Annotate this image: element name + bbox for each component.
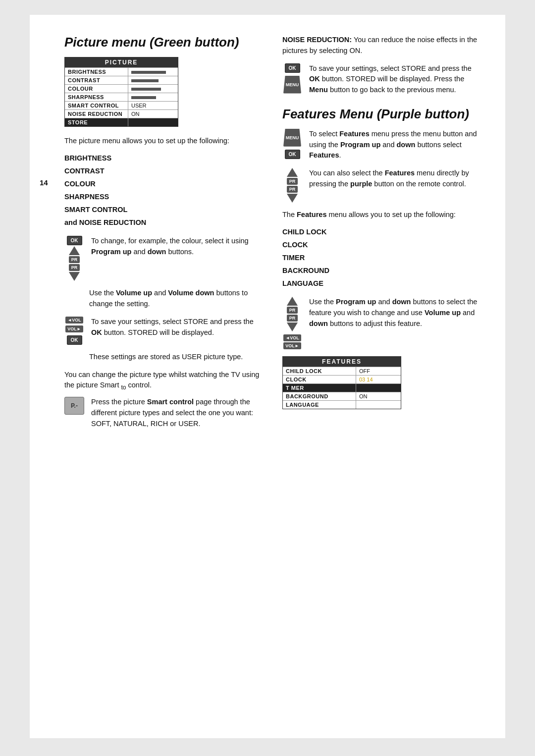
remote-text-user: These settings are stored as USER pictur… [89, 352, 263, 363]
features-menu-text: The Features menu allows you to set up t… [282, 210, 481, 220]
list-item: CONTRAST [64, 164, 263, 177]
remote-text-store: To save your settings, select STORE and … [91, 317, 263, 338]
smart-control-value: USER [128, 102, 178, 109]
remote-icons-features-pr: PR PR [282, 168, 302, 203]
remote-text-volume: Use the Volume up and Volume down button… [89, 288, 263, 310]
p-minus-icon: P.- [64, 397, 84, 415]
features-table-row: LANGUAGE [283, 400, 401, 409]
menu-icon: MENU [283, 76, 301, 94]
ok-button-icon2: OK [67, 335, 82, 345]
table-row: CONTRAST [65, 76, 178, 84]
remote-section-smart: P.- Press the picture Smart control page… [64, 397, 263, 429]
ok-button-icon: OK [67, 236, 82, 245]
arrow-up-icon [69, 246, 80, 255]
smart-text: You can change the picture type whilst w… [64, 370, 263, 392]
remote-icons-ok-arrows: OK PR PR [64, 236, 84, 281]
features-title: Features Menu (Purple button) [282, 107, 481, 122]
table-row-store: STORE [65, 118, 178, 126]
settings-list: BRIGHTNESS CONTRAST COLOUR SHARPNESS SMA… [64, 152, 263, 229]
remote-icons-features-intro: MENU OK [282, 129, 302, 159]
features-settings-list: CHILD LOCK CLOCK TIMER BACKROUND LANGUAG… [282, 225, 481, 290]
pr-up-icon2: PR [287, 178, 298, 185]
pr-down-icon3: PR [287, 315, 298, 322]
page: 14 Picture menu (Green button) PICTURE B… [30, 15, 505, 738]
table-row: SMART CONTROL USER [65, 101, 178, 109]
noise-heading: NOISE REDUCTION: [282, 36, 352, 44]
arrow-down-icon [69, 272, 80, 281]
intro-text: The picture menu allows you to set up th… [64, 136, 263, 147]
table-row: SHARPNESS [65, 93, 178, 101]
vol-right-icon2: VOL► [283, 342, 301, 349]
menu-icon2: MENU [283, 129, 301, 147]
remote-text-store-menu: To save your settings, select STORE and … [309, 63, 481, 96]
clock-value: 03 14 [356, 376, 401, 383]
pr-up-icon3: PR [287, 307, 298, 314]
remote-section-volume: Use the Volume up and Volume down button… [89, 288, 263, 310]
pr-buttons-group: PR [69, 256, 80, 263]
list-item: TIMER [282, 251, 481, 264]
ok-button-icon4: OK [285, 150, 300, 159]
list-item: CHILD LOCK [282, 225, 481, 238]
picture-menu-table: PICTURE BRIGHTNESS CONTRAST COLOUR SHARP… [64, 57, 178, 127]
sharpness-value [128, 93, 178, 101]
remote-icons-store: ◄VOL VOL► OK [64, 317, 84, 345]
arrow-down-icon3 [287, 323, 298, 331]
features-table-row: BACKGROUND ON [283, 392, 401, 400]
brightness-value [128, 68, 178, 76]
list-item: and NOISE REDUCTION [64, 216, 263, 229]
features-menu-table: FEATURES CHILD LOCK OFF CLOCK 03 14 T ME… [282, 356, 401, 409]
list-item: BRIGHTNESS [64, 152, 263, 164]
remote-text-features-adjust: Use the Program up and down buttons to s… [309, 297, 481, 329]
picture-table-header: PICTURE [65, 57, 178, 67]
sharpness-label: SHARPNESS [65, 93, 128, 101]
child-lock-label: CHILD LOCK [283, 367, 356, 375]
contrast-value [128, 76, 178, 84]
clock-label: CLOCK [283, 376, 356, 383]
background-label: BACKGROUND [283, 392, 356, 400]
right-column: NOISE REDUCTION: You can reduce the nois… [282, 35, 481, 436]
noise-reduction-value: ON [128, 110, 178, 118]
left-title: Picture menu (Green button) [64, 35, 263, 50]
remote-section-store: ◄VOL VOL► OK To save your settings, sele… [64, 317, 263, 345]
remote-text-features-intro: To select Features menu press the menu b… [309, 129, 481, 161]
remote-section-user: These settings are stored as USER pictur… [89, 352, 263, 363]
brightness-label: BRIGHTNESS [65, 68, 128, 76]
remote-icons-features-adjust: PR PR ◄VOL VOL► [282, 297, 302, 349]
child-lock-value: OFF [356, 367, 401, 375]
pr-down-group: PR [69, 264, 80, 271]
features-table-row: CHILD LOCK OFF [283, 367, 401, 375]
pr-down-icon: PR [69, 264, 80, 271]
features-table-header: FEATURES [283, 357, 401, 367]
pr-up-icon: PR [69, 256, 80, 263]
pr-down-icon2: PR [287, 186, 298, 193]
language-label: LANGUAGE [283, 401, 356, 409]
arrow-up-icon3 [287, 297, 298, 306]
ok-button-icon3: OK [285, 63, 300, 73]
vol-right-icon: VOL► [65, 325, 83, 332]
timer-value [356, 384, 401, 392]
remote-section-features-purple: PR PR You can also select the Features m… [282, 168, 481, 203]
remote-icons-ok-menu: OK MENU [282, 63, 302, 94]
background-value: ON [356, 392, 401, 400]
table-row: BRIGHTNESS [65, 67, 178, 76]
remote-section-features-intro: MENU OK To select Features menu press th… [282, 129, 481, 161]
colour-label: COLOUR [65, 85, 128, 93]
remote-section-change: OK PR PR To change, for example, the col… [64, 236, 263, 281]
left-column: Picture menu (Green button) PICTURE BRIG… [64, 35, 263, 436]
contrast-label: CONTRAST [65, 76, 128, 84]
remote-text-features-purple: You can also select the Features menu di… [309, 168, 481, 190]
list-item: COLOUR [64, 177, 263, 190]
list-item: BACKROUND [282, 264, 481, 277]
remote-section-features-adjust: PR PR ◄VOL VOL► Use the Program up and d… [282, 297, 481, 349]
features-table-row: CLOCK 03 14 [283, 375, 401, 383]
store-label: STORE [65, 118, 128, 126]
noise-reduction-label: NOISE REDUCTION [65, 110, 128, 118]
timer-label: T MER [283, 384, 356, 392]
features-table-row-timer: T MER [283, 383, 401, 392]
remote-icons-pminus: P.- [64, 397, 84, 415]
arrow-down-icon2 [287, 194, 298, 203]
list-item: SMART CONTROL [64, 203, 263, 216]
vol-left-icon2: ◄VOL [283, 334, 301, 341]
language-value [356, 401, 401, 409]
table-row: NOISE REDUCTION ON [65, 109, 178, 118]
